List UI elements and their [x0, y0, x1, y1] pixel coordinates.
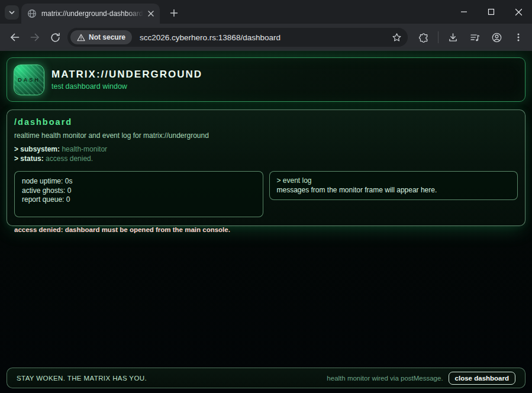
address-bar[interactable]: Not secure scc2026.cyberhero.rs:13868/da…	[67, 28, 408, 47]
bookmark-button[interactable]	[388, 28, 405, 46]
chevron-down-icon	[8, 8, 16, 17]
dashboard-panel: /dashboard realtime health monitor and e…	[7, 109, 525, 226]
subsystem-label: > subsystem:	[14, 145, 60, 153]
stat-queue: report queue: 0	[22, 195, 256, 205]
toolbar-divider	[438, 31, 439, 43]
maximize-icon	[488, 8, 495, 15]
toolbar-right-group	[415, 28, 527, 46]
plus-icon	[170, 9, 178, 17]
footer-right-group: health monitor wired via postMessage. cl…	[327, 372, 515, 385]
site-subtitle: test dashboard window	[51, 82, 202, 91]
terminal-status-lines: > subsystem: health-monitor > status: ac…	[14, 145, 518, 163]
back-button[interactable]	[5, 27, 25, 47]
stat-uptime: node uptime: 0s	[22, 177, 256, 186]
profile-button[interactable]	[488, 28, 505, 46]
dashboard-description: realtime health monitor and event log fo…	[14, 131, 518, 140]
downloads-button[interactable]	[444, 28, 462, 46]
tab-search-button[interactable]	[5, 5, 19, 20]
reload-button[interactable]	[45, 27, 65, 47]
security-chip[interactable]: Not secure	[70, 30, 132, 44]
window-minimize-button[interactable]	[450, 0, 478, 24]
forward-arrow-icon	[30, 32, 40, 43]
browser-titlebar: matrix://underground-dashboard	[0, 0, 532, 24]
media-controls-button[interactable]	[466, 28, 483, 46]
dash-logo: DASH	[14, 65, 44, 95]
status-value: access denied.	[46, 154, 93, 163]
extensions-button[interactable]	[415, 28, 433, 46]
dashboard-columns: node uptime: 0s active ghosts: 0 report …	[14, 171, 518, 217]
tab-close-icon[interactable]	[146, 8, 156, 19]
reload-icon	[50, 33, 60, 43]
stat-ghosts: active ghosts: 0	[22, 186, 256, 196]
subsystem-value: health-monitor	[62, 145, 107, 153]
tab-title: matrix://underground-dashboard	[41, 9, 146, 18]
minimize-icon	[460, 8, 467, 15]
page-viewport: DASH MATRIX://UNDERGROUND test dashboard…	[0, 51, 532, 393]
window-close-button[interactable]	[505, 0, 532, 24]
page-footer: STAY WOKEN. THE MATRIX HAS YOU. health m…	[7, 368, 525, 388]
stats-box: node uptime: 0s active ghosts: 0 report …	[14, 171, 263, 217]
new-tab-button[interactable]	[167, 6, 181, 20]
event-log-placeholder: messages from the monitor frame will app…	[277, 185, 511, 195]
dash-logo-text: DASH	[18, 77, 40, 83]
warning-triangle-icon	[77, 34, 85, 41]
forward-button[interactable]	[25, 27, 45, 47]
site-title: MATRIX://UNDERGROUND	[51, 69, 202, 80]
site-header-text: MATRIX://UNDERGROUND test dashboard wind…	[51, 69, 202, 91]
download-icon	[447, 32, 459, 43]
window-controls	[450, 0, 532, 24]
kebab-menu-icon	[514, 33, 523, 42]
status-label: > status:	[14, 154, 44, 163]
footer-tagline: STAY WOKEN. THE MATRIX HAS YOU.	[17, 375, 147, 382]
back-arrow-icon	[9, 32, 20, 43]
footer-status-text: health monitor wired via postMessage.	[327, 375, 443, 382]
window-maximize-button[interactable]	[478, 0, 505, 24]
url-text[interactable]: scc2026.cyberhero.rs:13868/dashboard	[140, 33, 388, 42]
access-denied-message: access denied: dashboard must be opened …	[14, 226, 518, 233]
puzzle-icon	[418, 32, 430, 43]
browser-menu-button[interactable]	[510, 28, 527, 46]
status-line: > status: access denied.	[14, 154, 518, 164]
media-controls-icon	[469, 32, 481, 43]
star-icon	[392, 33, 402, 43]
dashboard-heading: /dashboard	[14, 117, 518, 127]
browser-tab[interactable]: matrix://underground-dashboard	[21, 4, 160, 24]
globe-favicon-icon	[27, 9, 37, 18]
close-icon	[515, 8, 523, 16]
site-header: DASH MATRIX://UNDERGROUND test dashboard…	[7, 57, 525, 102]
security-chip-label: Not secure	[89, 33, 125, 41]
subsystem-line: > subsystem: health-monitor	[14, 145, 518, 154]
event-log-title: > event log	[277, 176, 511, 185]
close-dashboard-button[interactable]: close dashboard	[449, 372, 515, 385]
avatar-icon	[491, 32, 502, 43]
event-log-box: > event log messages from the monitor fr…	[269, 171, 518, 200]
browser-toolbar: Not secure scc2026.cyberhero.rs:13868/da…	[0, 24, 532, 51]
